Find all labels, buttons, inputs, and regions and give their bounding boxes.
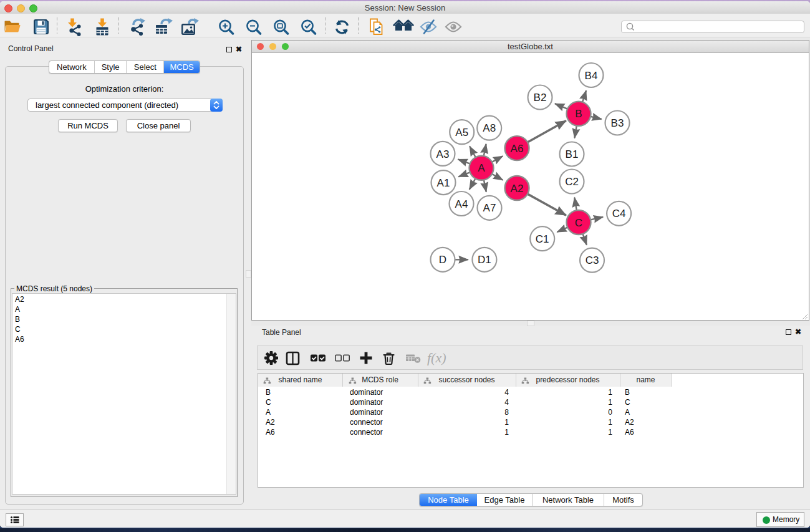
svg-text:D: D [439, 254, 446, 266]
svg-text:C4: C4 [612, 208, 626, 220]
svg-text:A4: A4 [455, 198, 468, 210]
svg-text:A6: A6 [511, 143, 524, 155]
svg-text:A5: A5 [455, 127, 468, 138]
svg-text:C3: C3 [586, 254, 599, 266]
svg-text:A7: A7 [483, 202, 496, 214]
svg-text:C1: C1 [536, 233, 549, 245]
svg-text:A: A [478, 162, 485, 174]
svg-text:A1: A1 [437, 177, 450, 189]
svg-text:A2: A2 [511, 183, 524, 195]
svg-text:D1: D1 [478, 254, 491, 266]
svg-text:B1: B1 [566, 148, 579, 160]
svg-text:B2: B2 [534, 92, 547, 104]
svg-text:C2: C2 [565, 176, 579, 188]
svg-text:A8: A8 [483, 122, 496, 134]
svg-text:B: B [575, 108, 582, 120]
svg-text:A3: A3 [436, 148, 450, 160]
svg-text:B3: B3 [611, 117, 624, 129]
svg-text:C: C [575, 217, 582, 229]
svg-text:B4: B4 [585, 70, 598, 82]
